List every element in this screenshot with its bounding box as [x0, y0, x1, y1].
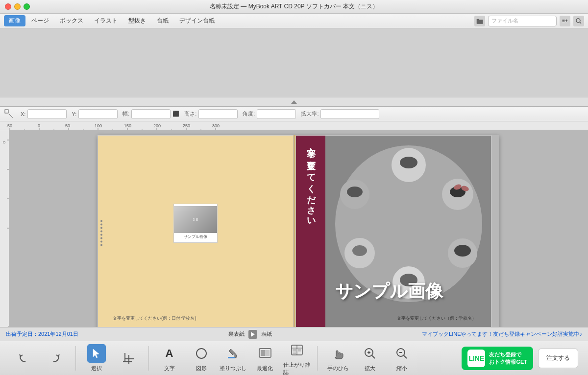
- fill-tool[interactable]: 塗りつぶし: [220, 344, 246, 372]
- svg-line-73: [404, 355, 407, 358]
- list-icon[interactable]: ≡+: [560, 16, 570, 26]
- menu-item-image[interactable]: 画像: [4, 15, 25, 26]
- shape-label: 図形: [196, 365, 207, 372]
- hand-label: 手のひら: [327, 365, 349, 372]
- menubar: 画像 ページ ボックス イラスト 型抜き 台紙 デザイン台紙 ファイル名 ≡+: [0, 14, 588, 28]
- svg-rect-60: [261, 350, 265, 356]
- separator-3: [317, 346, 318, 371]
- scale-label: 拡大率:: [301, 110, 318, 117]
- line-promo-badge[interactable]: LINE 友だち登録で おトク情報GET: [462, 347, 533, 370]
- svg-text:-50: -50: [6, 123, 12, 128]
- svg-point-42: [400, 157, 417, 168]
- search-icon[interactable]: [573, 16, 584, 26]
- text-tool[interactable]: A 文字: [156, 344, 183, 372]
- shape-tool[interactable]: 図形: [188, 344, 215, 372]
- svg-text:100: 100: [95, 123, 102, 128]
- svg-text:50: 50: [65, 123, 70, 128]
- titlebar: 名称未設定 — MyBook ART CD 20P ソフトカバー 本文（ニス）: [0, 0, 588, 14]
- svg-text:0: 0: [2, 141, 6, 143]
- svg-point-46: [352, 245, 367, 256]
- menu-item-box[interactable]: ボックス: [55, 15, 88, 26]
- file-input-placeholder: ファイル名: [491, 17, 518, 24]
- menubar-right: ファイル名 ≡+: [474, 16, 584, 26]
- menu-item-page[interactable]: ページ: [26, 15, 54, 26]
- svg-point-56: [196, 349, 206, 358]
- play-button[interactable]: [248, 330, 257, 339]
- zoomin-tool[interactable]: 拡大: [356, 344, 383, 372]
- select-tool[interactable]: 選択: [83, 344, 110, 372]
- main-canvas-area: 0: [0, 130, 588, 327]
- menu-item-dieCut[interactable]: 型抜き: [123, 15, 151, 26]
- redo-button[interactable]: [42, 349, 69, 368]
- finish-label: 仕上がり雑誌: [283, 361, 310, 375]
- optimize-label: 最適化: [257, 365, 273, 372]
- page-front-cover[interactable]: 文字を変更してください サンプル画像 文字を変更してください（例：学校名）: [295, 135, 491, 327]
- menu-item-mount[interactable]: 台紙: [152, 15, 173, 26]
- coordinate-toolbar: X: Y: 幅: ⬛ 高さ: 角度: 拡大率:: [0, 107, 588, 121]
- width-input[interactable]: [131, 109, 171, 119]
- front-cover-sample-text: サンプル画像: [335, 280, 491, 304]
- back-cover-caption[interactable]: 文字を変更してください(例：日付 学校名): [113, 315, 196, 322]
- y-input[interactable]: [78, 109, 118, 119]
- horizontal-ruler: -50 0 50 100 150 200 250 300: [0, 121, 588, 130]
- separator-1: [75, 346, 76, 371]
- scale-input[interactable]: [320, 109, 379, 119]
- svg-line-1: [580, 22, 581, 23]
- scroll-arrow[interactable]: [291, 100, 297, 104]
- svg-marker-51: [93, 349, 99, 358]
- zoomin-icon: [361, 344, 379, 363]
- x-label: X:: [21, 111, 25, 117]
- page-back-cover[interactable]: 3-E サンプル画像 文字を変更してください(例：日付 学校名): [98, 135, 294, 327]
- minimize-button[interactable]: [14, 3, 21, 10]
- text-label: 文字: [164, 365, 175, 372]
- zoomout-label: 縮小: [396, 365, 407, 372]
- x-input[interactable]: [27, 109, 67, 119]
- order-button[interactable]: 注文する: [538, 349, 578, 368]
- fill-label: 塗りつぶし: [220, 365, 246, 372]
- svg-text:300: 300: [212, 123, 220, 128]
- canvas-top-area: [0, 28, 588, 97]
- svg-rect-2: [5, 110, 8, 113]
- front-cover-caption[interactable]: 文字を変更してください（例：学校名）: [397, 315, 476, 322]
- back-cover-label: 裏表紙: [228, 330, 245, 338]
- canvas-scroll[interactable]: 3-E サンプル画像 文字を変更してください(例：日付 学校名): [9, 130, 588, 327]
- crop-tool[interactable]: [115, 349, 142, 368]
- menu-item-illust[interactable]: イラスト: [89, 15, 122, 26]
- bottom-toolbar: 選択 A 文字 図形 塗: [0, 341, 588, 375]
- line-logo: LINE: [467, 350, 485, 367]
- front-cover-sample-label: サンプル画像: [335, 281, 443, 301]
- svg-line-3: [9, 114, 13, 117]
- x-field: X:: [21, 109, 67, 119]
- svg-line-70: [372, 355, 375, 358]
- angle-input[interactable]: [257, 109, 296, 119]
- back-cover-photo: 3-E: [174, 206, 217, 233]
- text-icon: A: [160, 344, 179, 363]
- y-field: Y:: [72, 109, 118, 119]
- undo-button[interactable]: [10, 349, 37, 368]
- separator-2: [148, 346, 149, 371]
- file-search-input[interactable]: ファイル名: [488, 16, 557, 26]
- width-label: 幅:: [122, 110, 129, 117]
- shape-icon: [192, 344, 211, 363]
- hand-tool[interactable]: 手のひら: [324, 344, 351, 372]
- height-input[interactable]: [198, 109, 238, 119]
- angle-label: 角度:: [243, 110, 255, 117]
- window-controls: [5, 3, 30, 10]
- maximize-button[interactable]: [24, 3, 30, 10]
- vertical-ruler: 0: [0, 130, 9, 327]
- svg-rect-4: [0, 121, 588, 130]
- ship-date: 出荷予定日：2021年12月01日: [6, 330, 78, 338]
- optimize-icon: [256, 344, 274, 363]
- height-field: 高さ:: [184, 109, 238, 119]
- back-cover-sample-image[interactable]: 3-E サンプル画像: [173, 204, 218, 243]
- optimize-tool[interactable]: 最適化: [251, 344, 278, 372]
- folder-icon[interactable]: [474, 16, 485, 26]
- close-button[interactable]: [5, 3, 11, 10]
- svg-text:200: 200: [153, 123, 161, 128]
- window-title: 名称未設定 — MyBook ART CD 20P ソフトカバー 本文（ニス）: [210, 2, 378, 11]
- select-icon: [87, 344, 106, 363]
- finish-tool[interactable]: 仕上がり雑誌: [283, 341, 310, 375]
- angle-field: 角度:: [243, 109, 296, 119]
- menu-item-design[interactable]: デザイン台紙: [174, 15, 220, 26]
- zoomout-tool[interactable]: 縮小: [388, 344, 415, 372]
